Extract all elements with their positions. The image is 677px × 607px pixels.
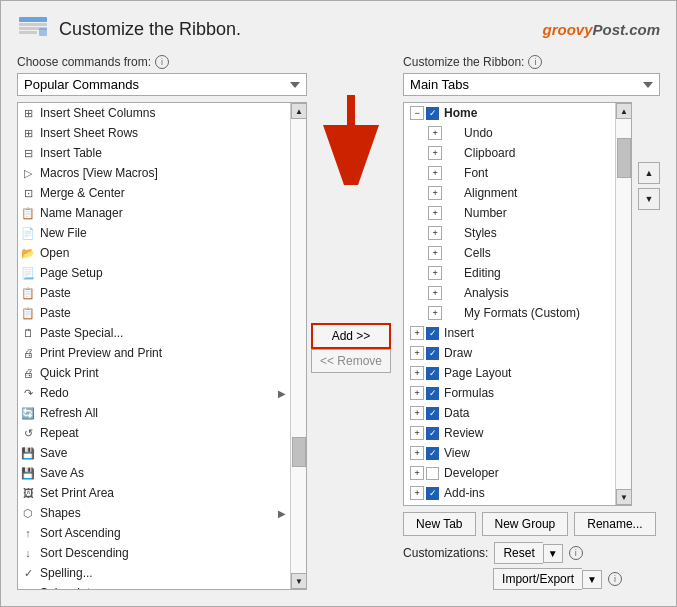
- list-item[interactable]: ⬡Shapes▶: [18, 503, 290, 523]
- tree-expand-icon[interactable]: +: [410, 386, 424, 400]
- list-item[interactable]: 📂Open: [18, 243, 290, 263]
- tree-expand-icon[interactable]: +: [410, 406, 424, 420]
- new-tab-button[interactable]: New Tab: [403, 512, 475, 536]
- tree-expand-icon[interactable]: −: [410, 106, 424, 120]
- tree-checkbox[interactable]: [426, 387, 439, 400]
- tree-expand-icon[interactable]: +: [428, 166, 442, 180]
- remove-button[interactable]: << Remove: [311, 349, 391, 373]
- add-button[interactable]: Add >>: [311, 323, 391, 349]
- tree-expand-icon[interactable]: +: [428, 306, 442, 320]
- tree-item[interactable]: +Add-ins: [404, 483, 615, 503]
- tree-item[interactable]: +Data: [404, 403, 615, 423]
- tree-expand-icon[interactable]: +: [428, 226, 442, 240]
- list-item[interactable]: ↷Redo▶: [18, 383, 290, 403]
- list-item[interactable]: 📃Page Setup: [18, 263, 290, 283]
- tree-checkbox[interactable]: [426, 447, 439, 460]
- tree-item[interactable]: +Developer: [404, 463, 615, 483]
- new-group-button[interactable]: New Group: [482, 512, 569, 536]
- tree-expand-icon[interactable]: +: [410, 426, 424, 440]
- tree-expand-icon[interactable]: +: [428, 246, 442, 260]
- tree-item[interactable]: +Cells: [404, 243, 615, 263]
- right-scroll-down[interactable]: ▼: [616, 489, 632, 505]
- list-item[interactable]: x₂Subscript: [18, 583, 290, 589]
- tree-expand-icon[interactable]: +: [428, 266, 442, 280]
- tree-expand-icon[interactable]: +: [410, 466, 424, 480]
- import-export-dropdown-arrow[interactable]: ▼: [582, 570, 602, 589]
- list-item[interactable]: ✓Spelling...: [18, 563, 290, 583]
- tree-expand-icon[interactable]: +: [410, 346, 424, 360]
- list-item[interactable]: 🖼Set Print Area: [18, 483, 290, 503]
- tree-expand-icon[interactable]: +: [428, 146, 442, 160]
- list-item[interactable]: 🔄Refresh All: [18, 403, 290, 423]
- tree-expand-icon[interactable]: +: [410, 326, 424, 340]
- list-item[interactable]: ⊞Insert Sheet Columns: [18, 103, 290, 123]
- list-item[interactable]: ↓Sort Descending: [18, 543, 290, 563]
- scroll-up-btn[interactable]: ▲: [291, 103, 307, 119]
- list-item[interactable]: 📋Paste: [18, 303, 290, 323]
- rename-button[interactable]: Rename...: [574, 512, 655, 536]
- tree-item[interactable]: +Formulas: [404, 383, 615, 403]
- import-export-button[interactable]: Import/Export: [493, 568, 582, 590]
- list-item[interactable]: 🖨Quick Print: [18, 363, 290, 383]
- list-item[interactable]: 📄New File: [18, 223, 290, 243]
- tree-expand-icon[interactable]: +: [428, 206, 442, 220]
- list-item[interactable]: 🗒Paste Special...: [18, 323, 290, 343]
- list-item[interactable]: ⊞Insert Sheet Rows: [18, 123, 290, 143]
- tree-expand-icon[interactable]: +: [410, 446, 424, 460]
- list-item[interactable]: ↺Repeat: [18, 423, 290, 443]
- ribbon-dropdown[interactable]: Main Tabs Tool Tabs All Tabs: [403, 73, 660, 96]
- tree-item[interactable]: +Styles: [404, 223, 615, 243]
- list-item[interactable]: 💾Save As: [18, 463, 290, 483]
- tree-checkbox[interactable]: [426, 347, 439, 360]
- list-item[interactable]: 💾Save: [18, 443, 290, 463]
- list-item[interactable]: ▷Macros [View Macros]: [18, 163, 290, 183]
- tree-item[interactable]: +Draw: [404, 343, 615, 363]
- tree-expand-icon[interactable]: +: [410, 366, 424, 380]
- commands-from-dropdown[interactable]: Popular Commands All Commands Commands N…: [17, 73, 307, 96]
- tree-item[interactable]: +Number: [404, 203, 615, 223]
- tree-item[interactable]: +Undo: [404, 123, 615, 143]
- reset-button[interactable]: Reset: [494, 542, 542, 564]
- right-scroll-up[interactable]: ▲: [616, 103, 632, 119]
- list-item-label: Paste Special...: [40, 326, 123, 340]
- list-item[interactable]: 📋Name Manager: [18, 203, 290, 223]
- tree-checkbox[interactable]: [426, 327, 439, 340]
- right-info-icon[interactable]: i: [528, 55, 542, 69]
- import-export-info-icon[interactable]: i: [608, 572, 622, 586]
- tree-item[interactable]: +My Formats (Custom): [404, 303, 615, 323]
- tree-item[interactable]: +Review: [404, 423, 615, 443]
- tree-checkbox[interactable]: [426, 467, 439, 480]
- tree-expand-icon[interactable]: +: [410, 486, 424, 500]
- tree-expand-icon[interactable]: +: [428, 186, 442, 200]
- list-item[interactable]: 📋Paste: [18, 283, 290, 303]
- list-item[interactable]: ⊟Insert Table: [18, 143, 290, 163]
- tree-checkbox[interactable]: [426, 487, 439, 500]
- customizations-info-icon[interactable]: i: [569, 546, 583, 560]
- tree-checkbox[interactable]: [426, 367, 439, 380]
- list-item[interactable]: ↑Sort Ascending: [18, 523, 290, 543]
- tree-item[interactable]: +Clipboard: [404, 143, 615, 163]
- tree-expand-icon[interactable]: +: [428, 286, 442, 300]
- tree-item[interactable]: +Alignment: [404, 183, 615, 203]
- tree-checkbox[interactable]: [426, 427, 439, 440]
- list-item[interactable]: ⊡Merge & Center: [18, 183, 290, 203]
- tree-checkbox[interactable]: [426, 107, 439, 120]
- tree-item[interactable]: +Help: [404, 503, 615, 505]
- scroll-down-btn[interactable]: ▼: [291, 573, 307, 589]
- tree-item[interactable]: +Page Layout: [404, 363, 615, 383]
- tree-item[interactable]: +Analysis: [404, 283, 615, 303]
- reset-dropdown-arrow[interactable]: ▼: [543, 544, 563, 563]
- tree-expand-icon[interactable]: +: [428, 126, 442, 140]
- tree-item[interactable]: +Editing: [404, 263, 615, 283]
- tree-item[interactable]: −Home: [404, 103, 615, 123]
- tree-item[interactable]: +Font: [404, 163, 615, 183]
- right-list-scroll[interactable]: −Home+Undo+Clipboard+Font+Alignment+Numb…: [404, 103, 615, 505]
- tree-item[interactable]: +View: [404, 443, 615, 463]
- tree-checkbox[interactable]: [426, 407, 439, 420]
- left-info-icon[interactable]: i: [155, 55, 169, 69]
- move-down-button[interactable]: ▼: [638, 188, 660, 210]
- commands-list-scroll[interactable]: ⊞Insert Sheet Columns⊞Insert Sheet Rows⊟…: [18, 103, 290, 589]
- move-up-button[interactable]: ▲: [638, 162, 660, 184]
- list-item[interactable]: 🖨Print Preview and Print: [18, 343, 290, 363]
- tree-item[interactable]: +Insert: [404, 323, 615, 343]
